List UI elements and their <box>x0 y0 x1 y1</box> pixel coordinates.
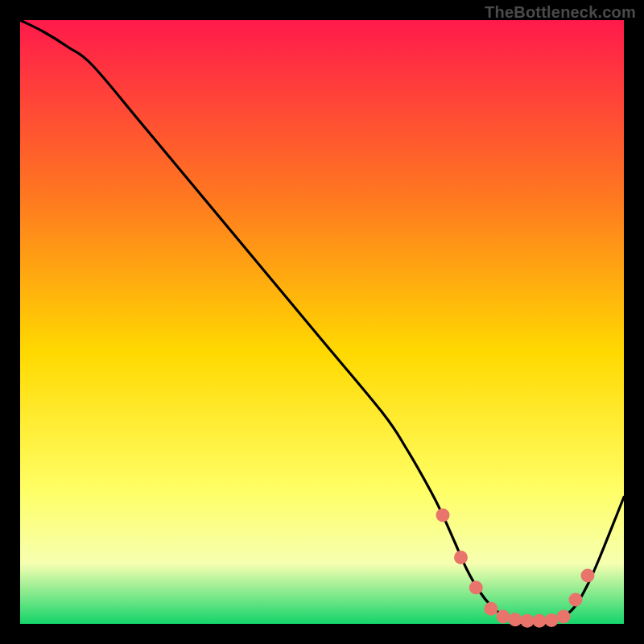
marker-dot <box>569 593 583 607</box>
marker-dot <box>557 610 571 624</box>
marker-dot <box>509 613 522 626</box>
marker-dot <box>497 610 510 624</box>
plot-background <box>20 20 624 624</box>
marker-dot <box>581 569 595 583</box>
marker-dot <box>545 613 559 627</box>
marker-dot <box>436 509 450 522</box>
marker-dot <box>454 551 468 564</box>
marker-dot <box>521 614 535 628</box>
marker-dot <box>469 581 483 595</box>
chart-svg <box>0 0 644 644</box>
chart-stage: TheBottleneck.com <box>0 0 644 644</box>
marker-dot <box>485 602 498 616</box>
marker-dot <box>533 614 547 628</box>
watermark-text: TheBottleneck.com <box>485 3 636 22</box>
